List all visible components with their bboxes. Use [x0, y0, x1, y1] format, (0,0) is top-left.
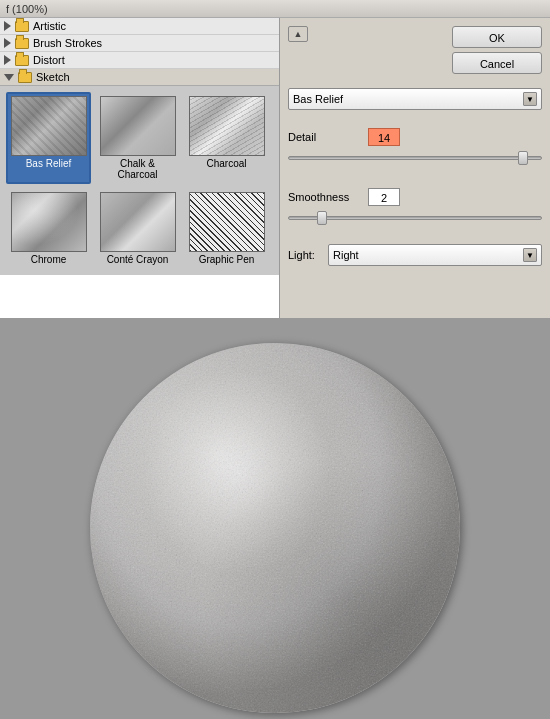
thumb-bas-relief [11, 96, 87, 156]
smoothness-value-box[interactable]: 2 [368, 188, 400, 206]
detail-control: Detail 14 [288, 124, 542, 166]
scroll-up-icon: ▲ [294, 29, 303, 39]
thumb-graphic-pen [189, 192, 265, 252]
filter-select-row: Bas Relief ▼ [288, 88, 542, 110]
smoothness-control: Smoothness 2 [288, 184, 542, 226]
filter-name-chalk-charcoal: Chalk & Charcoal [99, 158, 176, 180]
filter-item-conte-crayon[interactable]: Conté Crayon [95, 188, 180, 269]
smoothness-row: Smoothness 2 [288, 188, 542, 206]
category-sketch[interactable]: Sketch [0, 69, 279, 86]
detail-slider-track[interactable] [288, 156, 542, 160]
folder-icon [15, 38, 29, 49]
top-buttons: OK Cancel [452, 26, 542, 74]
filter-name-conte-crayon: Conté Crayon [107, 254, 169, 265]
thumb-chalk-charcoal [100, 96, 176, 156]
sketch-section: Sketch Bas Relief Chalk & Charcoal Charc [0, 69, 279, 275]
category-brush-strokes[interactable]: Brush Strokes [0, 35, 279, 52]
category-distort[interactable]: Distort [0, 52, 279, 69]
filter-name-dropdown[interactable]: Bas Relief ▼ [288, 88, 542, 110]
folder-icon [15, 55, 29, 66]
detail-slider-thumb[interactable] [518, 151, 528, 165]
cancel-button[interactable]: Cancel [452, 52, 542, 74]
smoothness-label: Smoothness [288, 191, 368, 203]
folder-icon [15, 21, 29, 32]
filter-item-graphic-pen[interactable]: Graphic Pen [184, 188, 269, 269]
triangle-right-icon [4, 21, 11, 31]
light-dropdown-arrow-icon: ▼ [523, 248, 537, 262]
category-label: Sketch [36, 71, 70, 83]
triangle-right-icon [4, 55, 11, 65]
light-label: Light: [288, 249, 328, 261]
filter-name-bas-relief: Bas Relief [26, 158, 72, 169]
light-dropdown-value: Right [333, 249, 359, 261]
smoothness-slider-track[interactable] [288, 216, 542, 220]
detail-slider-container [288, 150, 542, 166]
preview-circle [90, 343, 460, 713]
filter-item-chalk-charcoal[interactable]: Chalk & Charcoal [95, 92, 180, 184]
detail-label: Detail [288, 131, 368, 143]
filter-name-charcoal: Charcoal [206, 158, 246, 169]
ok-button[interactable]: OK [452, 26, 542, 48]
smoothness-slider-container [288, 210, 542, 226]
filter-dropdown-value: Bas Relief [293, 93, 343, 105]
scroll-up-button[interactable]: ▲ [288, 26, 308, 42]
thumb-chrome [11, 192, 87, 252]
folder-icon [18, 72, 32, 83]
triangle-right-icon [4, 38, 11, 48]
title-bar: f (100%) [0, 0, 550, 18]
preview-panel [0, 318, 550, 719]
filter-list-panel: Artistic Brush Strokes Distort Sketch [0, 18, 280, 318]
thumb-conte-crayon [100, 192, 176, 252]
filter-dialog: Artistic Brush Strokes Distort Sketch [0, 18, 550, 318]
detail-value-box[interactable]: 14 [368, 128, 400, 146]
controls-panel: ▲ OK Cancel Bas Relief ▼ Detail 14 [280, 18, 550, 318]
title-text: f (100%) [6, 3, 48, 15]
thumb-charcoal [189, 96, 265, 156]
svg-point-1 [90, 343, 460, 713]
category-label: Brush Strokes [33, 37, 102, 49]
preview-lighting-svg [90, 343, 460, 713]
light-dropdown[interactable]: Right ▼ [328, 244, 542, 266]
filter-item-bas-relief[interactable]: Bas Relief [6, 92, 91, 184]
category-label: Distort [33, 54, 65, 66]
detail-row: Detail 14 [288, 128, 542, 146]
light-row: Light: Right ▼ [288, 244, 542, 266]
triangle-down-icon [4, 74, 14, 81]
category-label: Artistic [33, 20, 66, 32]
dropdown-arrow-icon: ▼ [523, 92, 537, 106]
filter-name-graphic-pen: Graphic Pen [199, 254, 255, 265]
smoothness-slider-thumb[interactable] [317, 211, 327, 225]
filter-item-chrome[interactable]: Chrome [6, 188, 91, 269]
filter-item-charcoal[interactable]: Charcoal [184, 92, 269, 184]
sketch-filter-grid: Bas Relief Chalk & Charcoal Charcoal Chr… [0, 86, 279, 275]
filter-name-chrome: Chrome [31, 254, 67, 265]
category-artistic[interactable]: Artistic [0, 18, 279, 35]
